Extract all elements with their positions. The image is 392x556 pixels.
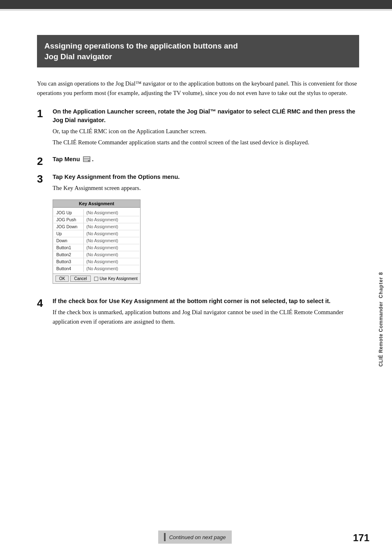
continued-label: Continued on next page <box>169 534 226 540</box>
ka-title-bar: Key Assignment <box>53 200 140 208</box>
page-number: 171 <box>353 532 369 544</box>
ka-row-value: (No Assignment) <box>83 230 139 237</box>
step-1-body-p1: Or, tap the CLIÉ RMC icon on the Applica… <box>53 127 359 136</box>
ka-row-label: JOG Up <box>54 209 83 216</box>
step-3-content: Tap Key Assignment from the Options menu… <box>53 173 359 291</box>
ka-row-label: Button1 <box>54 244 83 251</box>
ka-row: JOG Down(No Assignment) <box>54 223 139 230</box>
key-assignment-screenshot: Key Assignment JOG Up(No Assignment)JOG … <box>53 199 141 284</box>
ka-row-value: (No Assignment) <box>83 265 139 272</box>
step-4: 4 If the check box for Use Key Assignmen… <box>37 297 359 328</box>
continued-box: Continued on next page <box>158 531 231 544</box>
ka-row: Button4(No Assignment) <box>54 265 139 272</box>
ka-row-value: (No Assignment) <box>83 258 139 265</box>
step-3-body-p1: The Key Assignment screen appears. <box>53 183 359 193</box>
section-header-line1: Assigning operations to the application … <box>44 42 238 50</box>
ka-row: Button2(No Assignment) <box>54 251 139 258</box>
ka-row-value: (No Assignment) <box>83 216 139 223</box>
ka-row-label: JOG Down <box>54 223 83 230</box>
svg-rect-3 <box>84 160 88 161</box>
ka-row-label: Button2 <box>54 251 83 258</box>
step-3-number: 3 <box>37 173 53 185</box>
ka-row: Down(No Assignment) <box>54 237 139 244</box>
sidebar-chapter-title: CLIÉ Remote Commander <box>378 301 384 367</box>
top-bar <box>0 0 392 9</box>
sidebar-chapter: Chapter 8 <box>378 272 384 298</box>
sidebar-text-container: Chapter 8 CLIÉ Remote Commander <box>378 272 384 367</box>
step-2: 2 Tap Menu . <box>37 155 359 167</box>
step-4-body-p1: If the check box is unmarked, applicatio… <box>53 308 359 327</box>
step-1-title: On the Application Launcher screen, rota… <box>53 107 359 125</box>
intro-paragraph: You can assign operations to the Jog Dia… <box>37 79 359 98</box>
svg-rect-2 <box>84 159 90 160</box>
step-1-body: Or, tap the CLIÉ RMC icon on the Applica… <box>53 127 359 147</box>
step-4-number: 4 <box>37 297 53 309</box>
section-header-line2: Jog Dial navigator <box>44 52 112 61</box>
ka-checkbox-label: Use Key Assignment <box>100 276 138 281</box>
ka-row-label: Button4 <box>54 265 83 272</box>
step-1-number: 1 <box>37 108 53 120</box>
ka-cancel-button[interactable]: Cancel <box>70 276 90 282</box>
ka-row: JOG Up(No Assignment) <box>54 209 139 216</box>
step-3: 3 Tap Key Assignment from the Options me… <box>37 173 359 291</box>
svg-rect-1 <box>84 157 90 158</box>
ka-row-value: (No Assignment) <box>83 209 139 216</box>
menu-icon <box>83 156 90 162</box>
step-4-content: If the check box for Use Key Assignment … <box>53 297 359 328</box>
step-2-title-suffix: . <box>92 156 94 162</box>
step-2-title: Tap Menu . <box>53 155 359 164</box>
step-3-body: The Key Assignment screen appears. <box>53 183 359 193</box>
ka-row: Button3(No Assignment) <box>54 258 139 265</box>
ka-row: JOG Push(No Assignment) <box>54 216 139 223</box>
ka-row-label: Down <box>54 237 83 244</box>
ka-row: Button1(No Assignment) <box>54 244 139 251</box>
ka-row: Up(No Assignment) <box>54 230 139 237</box>
ka-row-value: (No Assignment) <box>83 223 139 230</box>
ka-checkbox[interactable] <box>94 277 98 281</box>
step-4-title: If the check box for Use Key Assignment … <box>53 297 359 306</box>
ka-row-value: (No Assignment) <box>83 237 139 244</box>
step-2-content: Tap Menu . <box>53 155 359 166</box>
step-4-body: If the check box is unmarked, applicatio… <box>53 308 359 327</box>
ka-row-value: (No Assignment) <box>83 251 139 258</box>
ka-row-label: JOG Push <box>54 216 83 223</box>
right-sidebar: Chapter 8 CLIÉ Remote Commander <box>369 0 392 556</box>
step-2-number: 2 <box>37 155 53 167</box>
step-1-body-p2: The CLIÉ Remote Commander application st… <box>53 138 359 147</box>
ka-row-label: Up <box>54 230 83 237</box>
steps-container: 1 On the Application Launcher screen, ro… <box>37 107 359 329</box>
step-3-title: Tap Key Assignment from the Options menu… <box>53 173 359 182</box>
step-1-content: On the Application Launcher screen, rota… <box>53 107 359 149</box>
bottom-area: Continued on next page 171 <box>0 531 392 544</box>
ka-footer: OK Cancel Use Key Assignment <box>53 273 140 283</box>
ka-body: JOG Up(No Assignment)JOG Push(No Assignm… <box>53 208 140 273</box>
ka-ok-button[interactable]: OK <box>55 276 69 282</box>
continued-bar <box>164 533 166 541</box>
section-header: Assigning operations to the application … <box>37 35 359 67</box>
ka-row-label: Button3 <box>54 258 83 265</box>
main-content: Assigning operations to the application … <box>37 10 359 328</box>
ka-row-value: (No Assignment) <box>83 244 139 251</box>
step-1: 1 On the Application Launcher screen, ro… <box>37 107 359 149</box>
step-2-title-prefix: Tap Menu <box>53 156 80 162</box>
